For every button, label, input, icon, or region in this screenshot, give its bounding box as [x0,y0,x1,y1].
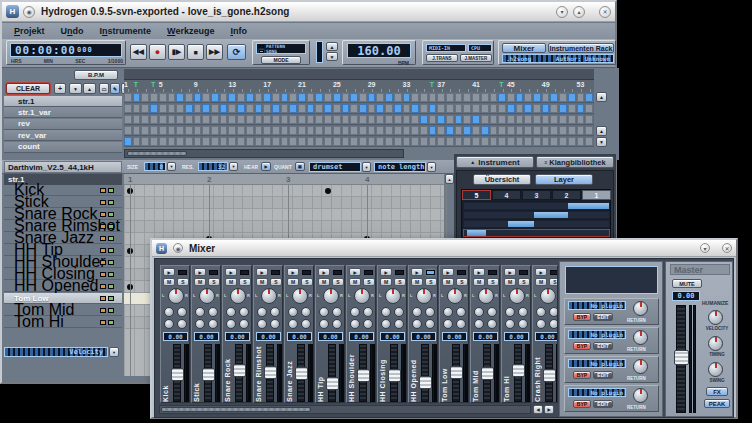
song-grid-cell[interactable] [150,137,158,146]
bpm-up-button[interactable]: ▲ [326,42,338,51]
song-grid-cell[interactable] [368,104,376,113]
song-grid-cell[interactable] [350,137,358,146]
song-grid-cell[interactable] [524,104,532,113]
song-grid-cell[interactable] [315,104,323,113]
song-grid-cell[interactable] [420,137,428,146]
song-grid-cell[interactable] [263,137,271,146]
song-grid-cell[interactable] [350,93,358,102]
channel-fader-handle[interactable] [326,377,339,390]
song-grid-cell[interactable] [124,93,132,102]
channel-fader-handle[interactable] [202,368,215,381]
channel-play-button[interactable]: ▶ [535,268,547,276]
song-grid-cell[interactable] [411,126,419,135]
song-grid-cell[interactable] [211,115,219,124]
song-grid-cell[interactable] [507,104,515,113]
song-grid-cell[interactable] [463,104,471,113]
song-grid-cell[interactable] [481,93,489,102]
song-grid-cell[interactable] [263,104,271,113]
song-scroll-up2-button[interactable]: ▲ [596,126,607,136]
song-grid-cell[interactable] [255,104,263,113]
channel-volume-display[interactable]: 0.00 [194,332,219,341]
channel-mute-button[interactable]: M [504,278,516,286]
song-grid-cell[interactable] [168,126,176,135]
fx-send-knob[interactable] [549,307,558,317]
song-grid-cell[interactable] [333,104,341,113]
timeline-tag-strip[interactable] [124,69,594,80]
song-grid-cell[interactable] [307,93,315,102]
song-grid-cell[interactable] [446,126,454,135]
fx-send-knob[interactable] [288,307,298,317]
song-grid-cell[interactable] [403,104,411,113]
song-grid-cell[interactable] [350,115,358,124]
channel-fader-handle[interactable] [419,376,432,389]
channel-solo-button[interactable]: S [332,278,344,286]
song-grid-cell[interactable] [176,137,184,146]
channel-mute-button[interactable]: M [256,278,268,286]
fx-send-knob[interactable] [208,319,218,329]
song-grid-cell[interactable] [159,93,167,102]
song-grid-cell[interactable] [342,93,350,102]
song-grid-cell[interactable] [411,104,419,113]
main-titlebar[interactable]: H ◉ Hydrogen 0.9.5-svn-exported - love_i… [2,2,615,22]
fx-send-knob[interactable] [487,319,497,329]
mixer-toggle-button[interactable]: Mixer [502,43,546,53]
channel-fader-handle[interactable] [543,369,556,382]
channel-volume-display[interactable]: 0.00 [504,332,529,341]
song-grid-cell[interactable] [429,115,437,124]
mixer-window-menu-icon[interactable]: ◉ [173,243,183,253]
fx-send-knob[interactable] [164,319,174,329]
song-grid-cell[interactable] [298,104,306,113]
song-grid-cell[interactable] [481,137,489,146]
song-scroll-up-button[interactable]: ▲ [596,92,607,102]
jack-transport-button[interactable]: J.TRANS [426,54,458,62]
fx-send-knob[interactable] [208,307,218,317]
maximize-icon[interactable]: ▴ [573,6,585,18]
master-fader[interactable] [676,305,686,413]
channel-solo-button[interactable]: S [456,278,468,286]
song-grid-cell[interactable] [124,137,132,146]
song-grid-cell[interactable] [550,115,558,124]
fx-return-knob[interactable] [633,359,648,374]
fx-send-knob[interactable] [177,319,187,329]
song-grid-cell[interactable] [507,93,515,102]
song-grid-cell[interactable] [559,126,567,135]
velocity-dropdown-button[interactable]: ▼ [109,347,119,357]
pattern-row[interactable]: rev [4,119,122,130]
song-grid-cell[interactable] [228,93,236,102]
song-grid-cell[interactable] [585,126,593,135]
instrument-solo-led[interactable] [108,260,114,265]
tab-library[interactable]: ≡Klangbibliothek [536,156,614,168]
song-grid-cell[interactable] [133,126,141,135]
song-grid-cell[interactable] [185,126,193,135]
stop-button[interactable]: ■ [187,44,204,60]
instrument-solo-led[interactable] [108,248,114,253]
jack-master-button[interactable]: J.MASTER [460,54,492,62]
song-grid-cell[interactable] [228,137,236,146]
song-grid-cell[interactable] [185,104,193,113]
fx-send-knob[interactable] [412,307,422,317]
song-grid-cell[interactable] [437,137,445,146]
master-peak-button[interactable]: PEAK [704,399,730,408]
song-grid-cell[interactable] [281,93,289,102]
play-button[interactable]: ▮▶ [168,44,185,60]
forward-button[interactable]: ▶▶ [206,44,223,60]
song-grid-cell[interactable] [246,137,254,146]
song-grid-cell[interactable] [150,93,158,102]
menu-projekt[interactable]: Projekt [6,25,53,37]
instrument-row[interactable]: Tom Hi [4,317,122,328]
clear-pattern-sequence-button[interactable]: CLEAR [6,83,50,94]
fx-send-knob[interactable] [332,319,342,329]
song-grid-cell[interactable] [220,126,228,135]
song-grid-cell[interactable] [463,115,471,124]
layer-header-cell[interactable]: 4 [492,190,521,200]
pan-knob[interactable] [199,288,215,304]
song-grid-cell[interactable] [350,126,358,135]
song-grid-cell[interactable] [403,137,411,146]
pan-knob[interactable] [478,288,494,304]
fx-send-knob[interactable] [195,307,205,317]
song-grid-cell[interactable] [141,137,149,146]
song-grid-cell[interactable] [368,137,376,146]
song-grid-cell[interactable] [385,93,393,102]
song-grid-cell[interactable] [420,126,428,135]
fx-return-knob[interactable] [633,330,648,345]
